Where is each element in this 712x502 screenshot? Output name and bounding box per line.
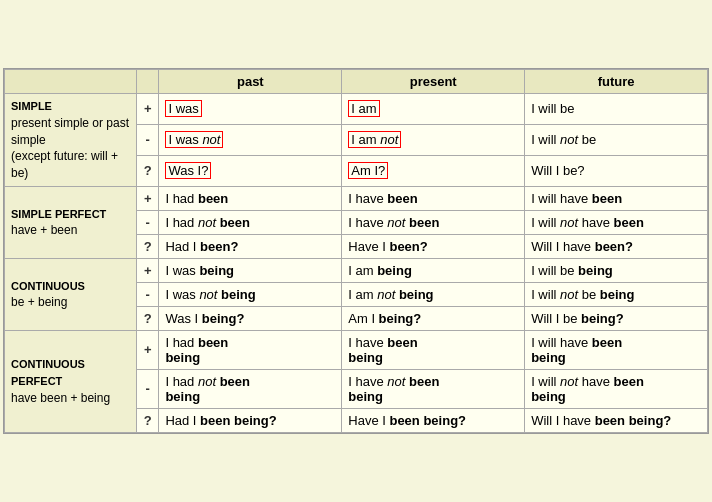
past-cell: Was I being? [159, 306, 342, 330]
past-cell: Had I been being? [159, 408, 342, 432]
future-cell: I will have been [525, 186, 708, 210]
past-cell: I was being [159, 258, 342, 282]
present-cell: Am I? [342, 155, 525, 186]
category-cell-continuous-perfect: CONTINUOUS PERFECThave been + being [5, 330, 137, 432]
sign-cell: + [137, 330, 159, 369]
future-cell: I will be being [525, 258, 708, 282]
future-cell: Will I have been being? [525, 408, 708, 432]
past-cell: I had been [159, 186, 342, 210]
present-cell: Am I being? [342, 306, 525, 330]
present-cell: Have I been being? [342, 408, 525, 432]
category-cell-simple-perfect: SIMPLE PERFECThave + been [5, 186, 137, 258]
future-cell: Will I be being? [525, 306, 708, 330]
category-cell-simple: SIMPLEpresent simple or past simple(exce… [5, 94, 137, 187]
sign-cell: + [137, 258, 159, 282]
table-row: CONTINUOUSbe + being+I was beingI am bei… [5, 258, 708, 282]
sign-cell: - [137, 282, 159, 306]
sign-cell: - [137, 210, 159, 234]
future-cell: I will not have been being [525, 369, 708, 408]
table-row: SIMPLE PERFECThave + been+I had beenI ha… [5, 186, 708, 210]
sign-cell: ? [137, 408, 159, 432]
present-cell: I have not been [342, 210, 525, 234]
sign-cell: - [137, 124, 159, 155]
sign-cell: ? [137, 155, 159, 186]
table-row: SIMPLEpresent simple or past simple(exce… [5, 94, 708, 125]
past-cell: Was I? [159, 155, 342, 186]
present-cell: I have been [342, 186, 525, 210]
future-cell: Will I be? [525, 155, 708, 186]
sign-cell: - [137, 369, 159, 408]
present-cell: Have I been? [342, 234, 525, 258]
grammar-table: past present future SIMPLEpresent simple… [4, 69, 708, 433]
present-cell: I am not [342, 124, 525, 155]
sign-cell: + [137, 186, 159, 210]
present-cell: I am being [342, 258, 525, 282]
present-cell: I am not being [342, 282, 525, 306]
sign-cell: ? [137, 234, 159, 258]
past-cell: I was [159, 94, 342, 125]
future-cell: I will not have been [525, 210, 708, 234]
header-empty [5, 70, 137, 94]
past-cell: I had not been being [159, 369, 342, 408]
past-cell: I had been being [159, 330, 342, 369]
future-cell: I will be [525, 94, 708, 125]
past-cell: I had not been [159, 210, 342, 234]
past-cell: I was not being [159, 282, 342, 306]
grammar-table-wrapper: past present future SIMPLEpresent simple… [3, 68, 709, 434]
header-present: present [342, 70, 525, 94]
present-cell: I have been being [342, 330, 525, 369]
future-cell: I will have been being [525, 330, 708, 369]
past-cell: I was not [159, 124, 342, 155]
table-row: CONTINUOUS PERFECThave been + being+I ha… [5, 330, 708, 369]
sign-cell: + [137, 94, 159, 125]
future-cell: I will not be [525, 124, 708, 155]
header-row: past present future [5, 70, 708, 94]
sign-cell: ? [137, 306, 159, 330]
present-cell: I have not been being [342, 369, 525, 408]
category-cell-continuous: CONTINUOUSbe + being [5, 258, 137, 330]
present-cell: I am [342, 94, 525, 125]
future-cell: I will not be being [525, 282, 708, 306]
header-future: future [525, 70, 708, 94]
future-cell: Will I have been? [525, 234, 708, 258]
past-cell: Had I been? [159, 234, 342, 258]
header-past: past [159, 70, 342, 94]
header-sign [137, 70, 159, 94]
